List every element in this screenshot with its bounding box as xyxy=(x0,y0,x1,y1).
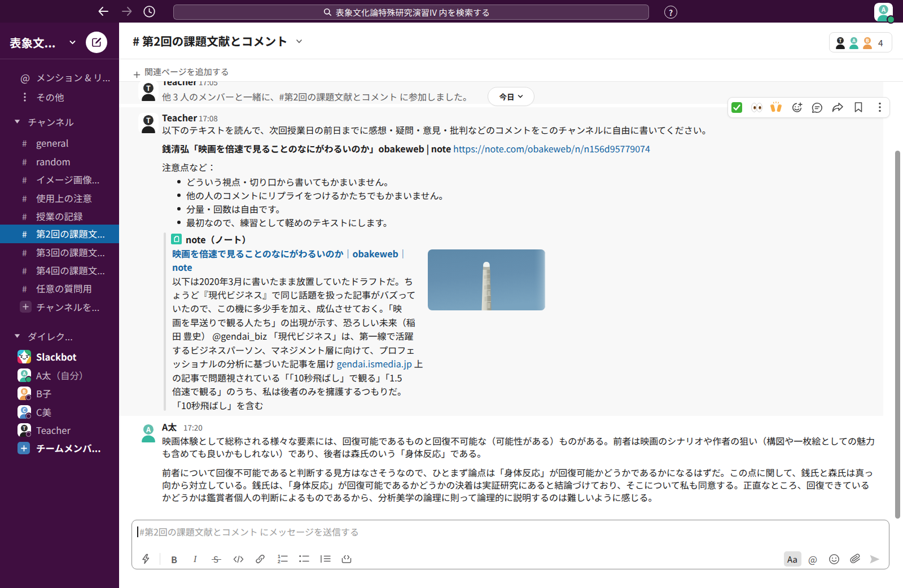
svg-text:T: T xyxy=(146,82,151,93)
svg-text:A: A xyxy=(22,369,26,376)
svg-text:T: T xyxy=(23,424,26,431)
svg-text:A: A xyxy=(146,424,151,435)
svg-text:B: B xyxy=(23,388,26,394)
svg-text:T: T xyxy=(146,115,151,125)
svg-text:T: T xyxy=(839,37,842,43)
svg-text:A: A xyxy=(881,5,886,14)
svg-text:C: C xyxy=(23,406,26,413)
svg-text:2: 2 xyxy=(278,559,280,564)
svg-text:A: A xyxy=(852,37,856,43)
svg-text:B: B xyxy=(866,37,869,43)
